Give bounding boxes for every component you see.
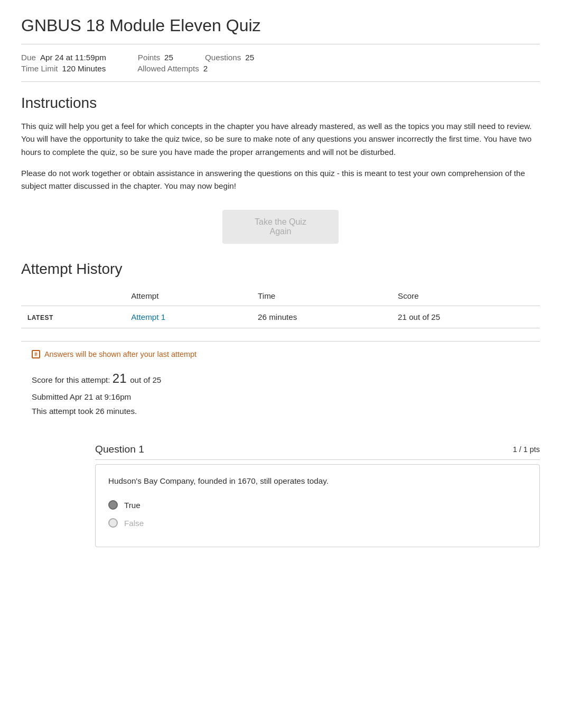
answers-notice: Answers will be shown after your last at… [32,350,529,358]
questions-value: 25 [245,53,254,62]
points-value: 25 [164,53,173,62]
svg-rect-2 [35,354,37,354]
time-limit-value: 120 Minutes [62,64,106,73]
allowed-attempts-value: 2 [203,64,208,73]
take-quiz-button[interactable]: Take the Quiz Again [222,210,339,244]
points-item: Points 25 [138,53,173,62]
row-score: 21 out of 25 [391,306,540,328]
instructions-paragraph-2: Please do not work together or obtain as… [21,167,540,193]
submitted-line: Submitted Apr 21 at 9:16pm [32,390,529,404]
score-number: 21 [113,371,130,385]
questions-label: Questions [205,53,241,62]
due-item: Due Apr 24 at 11:59pm [21,53,106,62]
row-attempt: Attempt 1 [125,306,251,328]
time-limit-label: Time Limit [21,64,58,73]
radio-false [108,518,118,528]
instructions-paragraph-1: This quiz will help you get a feel for w… [21,120,540,159]
due-label: Due [21,53,36,62]
points-label: Points [138,53,160,62]
attempt-history-title: Attempt History [21,261,540,278]
score-for-attempt-label: Score for this attempt: [32,375,110,384]
notice-icon [32,350,40,358]
allowed-attempts-item: Allowed Attempts 2 [137,64,208,73]
question-1-header: Question 1 1 / 1 pts [95,444,540,460]
col-header-attempt: Attempt [125,286,251,306]
row-latest-label: LATEST [21,306,125,328]
col-header-time: Time [251,286,391,306]
table-header-row: Attempt Time Score [21,286,540,306]
table-row: LATEST Attempt 1 26 minutes 21 out of 25 [21,306,540,328]
svg-rect-1 [35,353,37,353]
col-header-score: Score [391,286,540,306]
meta-row-2: Time Limit 120 Minutes Allowed Attempts … [21,64,540,73]
score-out-of: out of 25 [130,375,161,384]
col-header-label [21,286,125,306]
score-info: Score for this attempt: 21 out of 25 Sub… [32,367,529,419]
row-time: 26 minutes [251,306,391,328]
answer-false-label: False [124,519,144,528]
radio-true [108,500,118,510]
answer-true-label: True [124,501,141,510]
answers-notice-text: Answers will be shown after your last at… [44,350,197,358]
meta-row-1: Due Apr 24 at 11:59pm Points 25 Question… [21,53,540,62]
attempt-link[interactable]: Attempt 1 [131,312,165,321]
attempt-detail-box: Answers will be shown after your last at… [21,341,540,427]
answer-option-true: True [108,500,527,510]
allowed-attempts-label: Allowed Attempts [137,64,199,73]
question-1-box: Hudson's Bay Company, founded in 1670, s… [95,464,540,547]
due-value: Apr 24 at 11:59pm [40,53,106,62]
instructions-title: Instructions [21,95,540,112]
question-1-text: Hudson's Bay Company, founded in 1670, s… [108,475,527,487]
latest-badge: LATEST [27,314,53,321]
answer-option-false: False [108,518,527,528]
meta-bar: Due Apr 24 at 11:59pm Points 25 Question… [21,44,540,82]
page-title: GNBUS 18 Module Eleven Quiz [21,16,540,35]
time-limit-item: Time Limit 120 Minutes [21,64,106,73]
attempt-history-section: Attempt History Attempt Time Score LATES… [21,261,540,328]
attempt-history-table: Attempt Time Score LATEST Attempt 1 26 m… [21,286,540,328]
question-1-section: Question 1 1 / 1 pts Hudson's Bay Compan… [95,444,540,547]
question-1-pts: 1 / 1 pts [513,445,540,454]
questions-item: Questions 25 [205,53,254,62]
svg-rect-3 [35,355,36,355]
question-1-title: Question 1 [95,444,144,455]
duration-line: This attempt took 26 minutes. [32,404,529,418]
score-line: Score for this attempt: 21 out of 25 [32,367,529,390]
